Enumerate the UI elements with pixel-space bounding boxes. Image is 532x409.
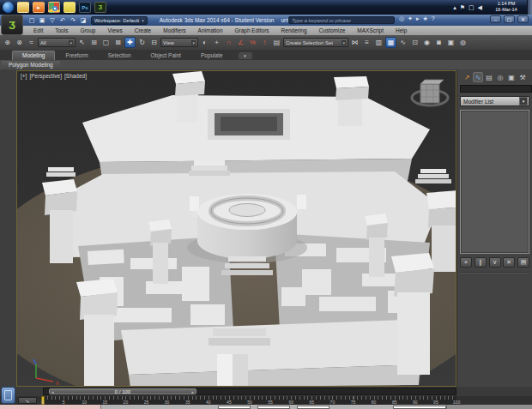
rectangular-selection-region-button[interactable]: ▢	[100, 37, 112, 48]
viewport-navigation-controls[interactable]	[446, 405, 532, 409]
menu-rendering[interactable]: Rendering	[275, 27, 313, 33]
named-selection-sets-dropdown[interactable]: Create Selection Set▾	[283, 38, 348, 47]
taskbar-start-orb-icon[interactable]	[3, 2, 14, 13]
layer-manager-button[interactable]: ▥	[373, 37, 384, 48]
taskbar-chrome-icon[interactable]	[48, 2, 60, 13]
menu-views[interactable]: Views	[101, 27, 128, 33]
taskbar-sticky-notes-icon[interactable]	[63, 2, 76, 13]
maxscript-mini-listener[interactable]	[0, 405, 101, 409]
next-frame-arrow[interactable]: ▸	[191, 389, 194, 394]
sign-in-icon[interactable]: ▸	[416, 15, 420, 22]
select-and-move-button[interactable]: ✚	[124, 37, 136, 48]
curve-editor-button[interactable]: ∿	[397, 37, 408, 48]
viewport-shading-menu[interactable]: [Shaded]	[64, 73, 87, 79]
communication-center-icon[interactable]: ✦	[408, 15, 413, 22]
maximize-button[interactable]: ▢	[504, 15, 515, 23]
tab-utilities[interactable]: ⚒	[517, 72, 528, 82]
network-icon[interactable]: ▢	[469, 4, 475, 11]
favorites-star-icon[interactable]: ★	[423, 15, 428, 22]
tab-motion[interactable]: ◎	[495, 72, 505, 82]
ribbon-tab-object-paint[interactable]: Object Paint	[142, 51, 190, 60]
tab-modify[interactable]: ∿	[473, 72, 483, 82]
edit-named-selection-sets-button[interactable]: ▤	[271, 37, 282, 48]
application-menu-button[interactable]: Ӡ	[1, 15, 23, 35]
menu-group[interactable]: Group	[74, 27, 101, 33]
volume-icon[interactable]: ◀	[478, 4, 482, 11]
trackbar-ruler[interactable]: 0510152025303540455055606570758085909510…	[43, 396, 456, 405]
select-and-manipulate-button[interactable]: +	[211, 37, 222, 48]
search-go-icon[interactable]: ◎	[399, 15, 404, 22]
menu-customize[interactable]: Customize	[313, 27, 352, 33]
infocenter-search-input[interactable]	[288, 16, 395, 24]
ribbon-tab-freeform[interactable]: Freeform	[56, 51, 97, 60]
menu-help[interactable]: Help	[390, 27, 413, 33]
workspace-dropdown[interactable]: Workspace: Default ▾	[91, 16, 148, 25]
taskbar-clock[interactable]: 1:14 PM 16-Mar-14	[487, 1, 525, 13]
viewport-layout-tab[interactable]	[1, 387, 15, 404]
align-button[interactable]: ≡	[361, 37, 372, 48]
select-by-name-button[interactable]: ⊞	[88, 37, 100, 48]
material-editor-button[interactable]: ◉	[421, 37, 432, 48]
select-and-rotate-button[interactable]: ↻	[136, 37, 148, 48]
spinner-snap-toggle-button[interactable]: ↕	[259, 37, 270, 48]
viewport-pov-menu[interactable]: [Perspective]	[29, 73, 62, 79]
save-file-button[interactable]: ▽	[48, 16, 57, 25]
menu-graph-editors[interactable]: Graph Editors	[229, 27, 275, 33]
viewcube[interactable]	[409, 75, 450, 113]
taskbar-media-player-icon[interactable]: ▸	[33, 2, 45, 13]
unlink-selection-button[interactable]: ⊗	[14, 37, 25, 48]
mirror-button[interactable]: ⋈	[349, 37, 360, 48]
menu-animation[interactable]: Animation	[192, 27, 229, 33]
open-file-button[interactable]: ▣	[38, 16, 46, 25]
ribbon-tab-selection[interactable]: Selection	[99, 51, 141, 60]
ribbon-minimize-button[interactable]: ▾	[239, 52, 252, 59]
use-pivot-point-center-button[interactable]: ◐	[199, 37, 210, 48]
rendered-frame-window-button[interactable]: ▣	[445, 37, 456, 48]
object-name-field[interactable]	[460, 85, 532, 93]
tab-create[interactable]: ↗	[462, 72, 472, 82]
menu-create[interactable]: Create	[129, 27, 158, 33]
configure-modifier-sets-button[interactable]: ▤	[517, 257, 529, 268]
bind-to-space-warp-button[interactable]: ≈	[26, 37, 37, 48]
viewport-general-menu[interactable]: [+]	[21, 73, 27, 79]
modifier-stack-list[interactable]	[460, 110, 529, 254]
coordinate-x-field[interactable]	[218, 406, 251, 409]
schematic-view-button[interactable]: ⊡	[409, 37, 420, 48]
show-desktop-button[interactable]	[527, 0, 532, 15]
angle-snap-toggle-button[interactable]: ∠	[235, 37, 246, 48]
tab-polygon-modeling[interactable]: Polygon Modeling	[2, 61, 60, 69]
show-hidden-icons-icon[interactable]: ▴	[453, 4, 456, 11]
render-setup-button[interactable]: ◙	[433, 37, 444, 48]
modifier-list-dropdown[interactable]: Modifier List ▾	[460, 96, 529, 106]
tab-hierarchy[interactable]: ▤	[484, 72, 494, 82]
tab-display[interactable]: ▣	[506, 72, 517, 82]
menu-edit[interactable]: Edit	[27, 27, 49, 33]
menu-modifiers[interactable]: Modifiers	[157, 27, 191, 33]
undo-button[interactable]: ↶	[58, 16, 67, 25]
close-button[interactable]: ✕	[517, 15, 529, 23]
redo-button[interactable]: ↷	[69, 16, 77, 25]
reference-coordinate-system-dropdown[interactable]: View▾	[160, 38, 198, 47]
render-production-button[interactable]: ◍	[457, 37, 469, 48]
menu-tools[interactable]: Tools	[49, 27, 74, 33]
select-and-link-button[interactable]: ⊕	[2, 37, 13, 48]
ribbon-tab-modeling[interactable]: Modeling	[12, 51, 55, 60]
selection-filter-dropdown[interactable]: All▾	[38, 38, 76, 47]
pin-stack-button[interactable]: ⌖	[460, 257, 472, 268]
time-slider-track[interactable]: ◂ 0 / 100 ▸	[43, 388, 456, 395]
menu-maxscript[interactable]: MAXScript	[351, 27, 390, 33]
taskbar-3dsmax-icon[interactable]: Ӡ	[94, 2, 106, 13]
new-scene-button[interactable]: ▢	[27, 16, 36, 25]
minimize-button[interactable]: –	[490, 15, 501, 23]
coordinate-z-field[interactable]	[297, 406, 329, 409]
make-unique-button[interactable]: ∨	[489, 257, 501, 268]
select-object-button[interactable]: ↖	[76, 37, 88, 48]
taskbar-explorer-icon[interactable]	[17, 2, 29, 13]
infocenter-help-icon[interactable]: ?	[432, 15, 435, 22]
perspective-viewport[interactable]: [+] [Perspective] [Shaded]	[16, 70, 456, 387]
taskbar-photoshop-icon[interactable]: Ps	[79, 2, 91, 13]
ribbon-tab-populate[interactable]: Populate	[191, 51, 233, 60]
mini-curve-editor-button[interactable]: ∿	[18, 397, 37, 404]
select-and-scale-button[interactable]: ⊟	[148, 37, 160, 48]
time-slider-handle[interactable]: ◂ 0 / 100 ▸	[49, 388, 196, 394]
